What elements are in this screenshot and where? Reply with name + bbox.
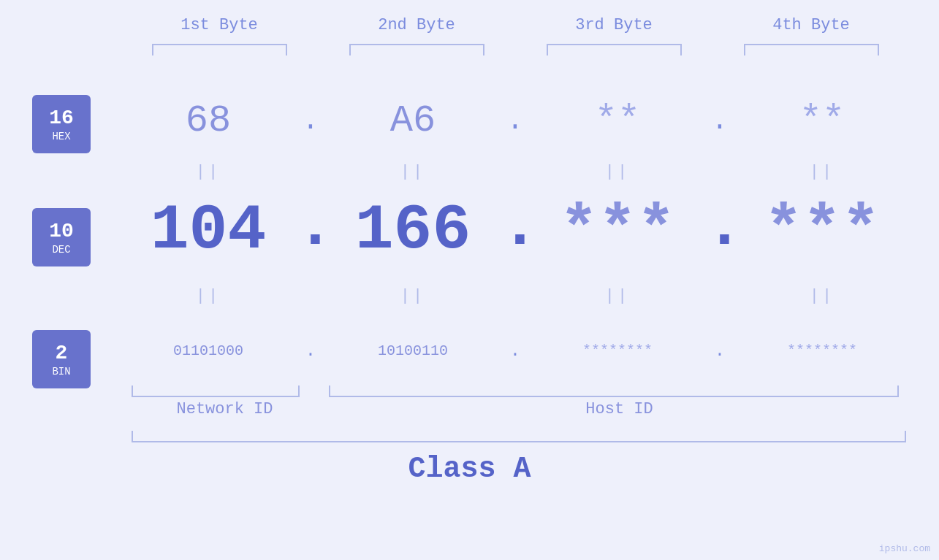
equals-2-b3: || — [530, 287, 705, 305]
hex-byte4: ** — [734, 99, 910, 142]
hex-byte2: A6 — [325, 99, 501, 142]
badge-bin: 2 BIN — [32, 330, 91, 388]
dec-byte1: 104 — [121, 194, 296, 266]
bin-sep3: . — [705, 341, 734, 361]
bracket-top-3 — [547, 44, 682, 55]
dec-row: 104 . 166 . *** . *** — [121, 190, 910, 270]
badge-hex: 16 HEX — [32, 95, 91, 153]
equals-2-b2: || — [325, 287, 501, 305]
bracket-bottom-network — [132, 386, 300, 397]
watermark: ipshu.com — [879, 543, 930, 554]
hex-sep3: . — [705, 105, 734, 137]
equals-1-b3: || — [530, 163, 705, 181]
hex-byte1: 68 — [121, 99, 296, 142]
byte-header-1: 1st Byte — [121, 16, 318, 34]
bracket-bottom-host — [329, 386, 899, 397]
bottom-brackets — [121, 386, 910, 397]
equals-2-b1: || — [121, 287, 296, 305]
bracket-top-2 — [349, 44, 484, 55]
dec-sep3: . — [705, 191, 734, 270]
hex-byte3: ** — [530, 99, 705, 142]
bin-byte3: ******** — [530, 342, 705, 359]
equals-1-b2: || — [325, 163, 501, 181]
dec-sep2: . — [501, 191, 530, 270]
bin-byte2: 10100110 — [325, 342, 501, 359]
badge-hex-number: 16 — [49, 106, 74, 131]
equals-row-1: || || || || — [121, 157, 910, 186]
dec-byte4: *** — [734, 194, 910, 266]
equals-1-b1: || — [121, 163, 296, 181]
bracket-top-1 — [152, 44, 287, 55]
bin-sep1: . — [296, 341, 325, 361]
bin-byte1: 01101000 — [121, 342, 296, 359]
badge-dec-number: 10 — [49, 219, 74, 244]
dec-sep1: . — [296, 191, 325, 270]
byte-header-3: 3rd Byte — [515, 16, 712, 34]
class-label: Class A — [0, 453, 939, 486]
bin-sep2: . — [501, 341, 530, 361]
badge-hex-label: HEX — [52, 131, 70, 142]
badge-bin-number: 2 — [56, 341, 68, 366]
overall-bracket — [132, 431, 906, 442]
badge-bin-label: BIN — [52, 366, 70, 377]
equals-2-b4: || — [734, 287, 910, 305]
dec-byte3: *** — [530, 194, 705, 266]
byte-header-4: 4th Byte — [712, 16, 910, 34]
hex-row: 68 . A6 . ** . ** — [121, 88, 910, 153]
badge-dec-label: DEC — [52, 244, 70, 256]
bracket-top-4 — [744, 44, 879, 55]
equals-row-2: || || || || — [121, 281, 910, 310]
bin-row: 01101000 . 10100110 . ******** . *******… — [121, 321, 910, 380]
page-container: 1st Byte 2nd Byte 3rd Byte 4th Byte 16 H… — [0, 0, 939, 560]
top-brackets — [121, 44, 910, 55]
bin-byte4: ******** — [734, 342, 910, 359]
byte-header-2: 2nd Byte — [318, 16, 515, 34]
network-id-label: Network ID — [121, 400, 329, 418]
dec-byte2: 166 — [325, 194, 501, 266]
hex-sep1: . — [296, 105, 325, 137]
host-id-label: Host ID — [329, 400, 910, 418]
badge-dec: 10 DEC — [32, 208, 91, 266]
equals-1-b4: || — [734, 163, 910, 181]
id-labels: Network ID Host ID — [121, 400, 910, 418]
byte-headers: 1st Byte 2nd Byte 3rd Byte 4th Byte — [121, 16, 910, 34]
hex-sep2: . — [501, 105, 530, 137]
